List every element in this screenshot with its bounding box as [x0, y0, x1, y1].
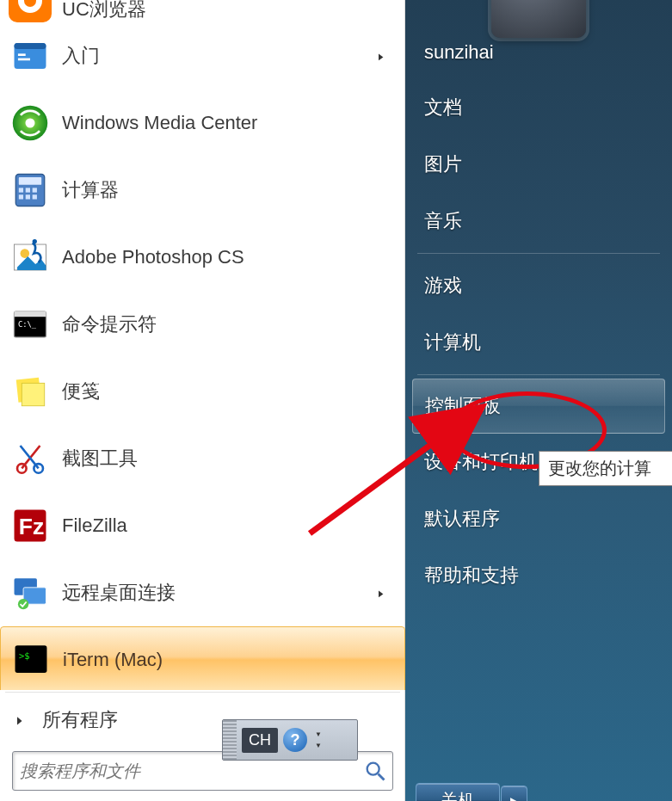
language-bar[interactable]: CH ? ▼ ▼	[222, 719, 358, 761]
program-item[interactable]: 截图工具	[0, 425, 405, 492]
rdp-icon	[9, 571, 52, 614]
program-list: UC浏览器 入门 Windows Media Center 计算器	[0, 0, 405, 690]
svg-point-8	[25, 118, 34, 127]
uc-icon	[9, 0, 52, 22]
right-item-documents[interactable]: 文档	[405, 79, 672, 136]
left-panel: UC浏览器 入门 Windows Media Center 计算器	[0, 0, 405, 801]
search-input[interactable]	[18, 761, 363, 782]
svg-line-37	[379, 774, 385, 780]
calculator-icon	[9, 169, 52, 212]
program-label: iTerm (Mac)	[63, 649, 163, 671]
program-item[interactable]: Adobe Photoshop CS	[0, 224, 405, 291]
all-programs-label: 所有程序	[42, 707, 118, 733]
program-item[interactable]: C:\_ 命令提示符	[0, 291, 405, 358]
program-label: 截图工具	[62, 446, 138, 471]
program-label: Adobe Photoshop CS	[62, 246, 244, 268]
svg-rect-10	[19, 177, 41, 185]
svg-rect-16	[33, 194, 37, 199]
right-panel: sunzihai 文档 图片 音乐 游戏 计算机 控制面板 设备和打印机 默认程…	[405, 0, 672, 801]
wmc-icon	[9, 102, 52, 145]
program-item[interactable]: Fz FileZilla	[0, 492, 405, 559]
svg-text:Fz: Fz	[19, 514, 44, 539]
right-item-pictures[interactable]: 图片	[405, 136, 672, 193]
search-icon	[363, 759, 387, 783]
tooltip: 更改您的计算	[539, 451, 672, 486]
grip-icon[interactable]	[223, 720, 237, 760]
right-item-computer[interactable]: 计算机	[405, 314, 672, 371]
program-item[interactable]: 计算器	[0, 157, 405, 224]
svg-text:>$: >$	[19, 650, 30, 661]
chevron-right-icon: ▶	[17, 714, 22, 726]
program-label: UC浏览器	[62, 0, 146, 22]
program-item[interactable]: 便笺	[0, 358, 405, 425]
program-item[interactable]: 入门	[0, 22, 405, 89]
program-label: 入门	[62, 43, 100, 69]
svg-rect-13	[33, 188, 37, 192]
language-code[interactable]: CH	[242, 728, 278, 753]
right-item-default-programs[interactable]: 默认程序	[405, 490, 672, 547]
shutdown-row: 关机 ▶	[405, 783, 672, 801]
svg-rect-11	[19, 188, 23, 192]
program-label: 命令提示符	[62, 311, 157, 337]
svg-text:C:\_: C:\_	[18, 320, 37, 329]
shutdown-button[interactable]: 关机	[416, 783, 500, 801]
shutdown-more-button[interactable]: ▶	[501, 786, 527, 802]
program-label: 远程桌面连接	[62, 580, 176, 606]
program-item[interactable]: Windows Media Center	[0, 89, 405, 157]
svg-rect-14	[19, 194, 23, 199]
start-menu: UC浏览器 入门 Windows Media Center 计算器	[0, 0, 672, 801]
filezilla-icon: Fz	[9, 504, 52, 547]
right-item-music[interactable]: 音乐	[405, 193, 672, 250]
right-item-control-panel[interactable]: 控制面板	[412, 379, 665, 434]
help-icon[interactable]: ?	[283, 728, 307, 752]
cmd-icon: C:\_	[9, 303, 52, 346]
svg-rect-12	[26, 188, 30, 192]
user-avatar[interactable]	[491, 0, 586, 38]
sticky-notes-icon	[9, 370, 52, 413]
svg-point-19	[33, 239, 37, 243]
program-label: 计算器	[62, 177, 119, 203]
right-item-help[interactable]: 帮助和支持	[405, 547, 672, 604]
svg-rect-4	[15, 43, 46, 49]
program-label: 便笺	[62, 379, 100, 404]
program-item[interactable]: UC浏览器	[0, 0, 405, 22]
right-item-games[interactable]: 游戏	[405, 257, 672, 314]
program-label: Windows Media Center	[62, 112, 257, 134]
program-label: FileZilla	[62, 514, 127, 537]
svg-rect-6	[18, 59, 30, 61]
svg-rect-15	[26, 194, 30, 199]
snipping-icon	[9, 437, 52, 480]
svg-point-36	[367, 763, 379, 775]
tiny-arrow-icon[interactable]: ▼	[315, 742, 322, 749]
svg-rect-21	[15, 311, 46, 317]
divider	[417, 253, 660, 254]
svg-rect-5	[18, 53, 26, 56]
svg-rect-24	[22, 383, 44, 405]
divider	[5, 692, 400, 693]
iterm-icon: >$	[9, 638, 52, 681]
svg-point-33	[18, 599, 28, 609]
program-item-selected[interactable]: >$ iTerm (Mac)	[0, 626, 405, 690]
photoshop-icon	[9, 236, 52, 279]
divider	[417, 374, 660, 375]
intro-icon	[9, 34, 52, 77]
program-item[interactable]: 远程桌面连接	[0, 559, 405, 626]
tiny-arrow-icon[interactable]: ▼	[315, 730, 322, 738]
